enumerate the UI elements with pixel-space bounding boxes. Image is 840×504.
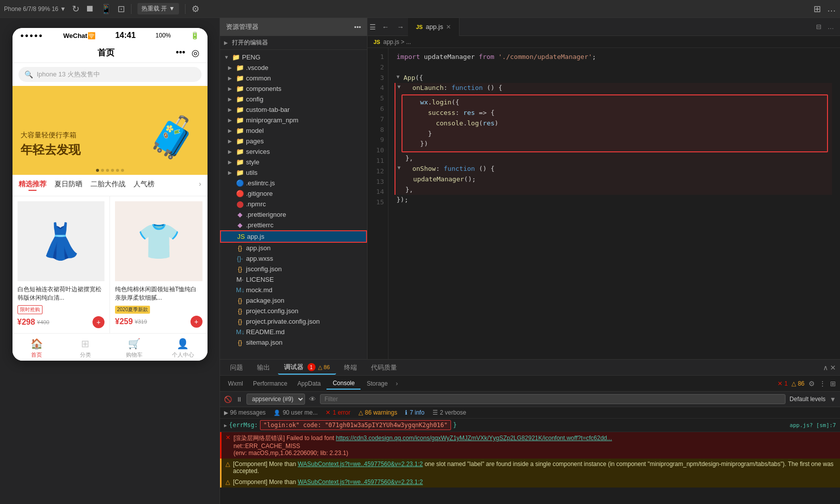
expand-icon-1[interactable]: ▶ [224,423,227,428]
tree-project-config[interactable]: ▶ {} project.config.json [220,306,367,316]
warn-source-1[interactable]: WASubContext.js?t=we..45977560&v=2.23.1:… [298,461,422,468]
info-count[interactable]: ℹ 7 info [405,409,424,416]
total-messages[interactable]: ▶ 96 messages [224,409,266,416]
tree-miniprogram-npm[interactable]: ▶ 📁 miniprogram_npm [220,115,367,125]
bottom-nav-profile[interactable]: 👤 个人中心 [158,334,208,361]
tab-output[interactable]: 输出 [251,361,276,374]
code-line-3: ▼ App ({ [396,73,832,83]
wx-login-highlight-box: wx . login ({ success : [402,94,828,152]
tree-mock[interactable]: ▶ M↓ mock.md [220,285,367,295]
tree-utils[interactable]: ▶ 📁 utils [220,167,367,178]
phone-nav-bar: 首页 ••• ◎ [12,43,208,63]
error-url[interactable]: https://cdn3.codesign.qq.com/icons/gqxWy… [336,435,612,442]
tree-root-peng[interactable]: ▼ 📁 PENG [220,52,367,62]
more-options-icon[interactable]: … [828,23,834,30]
product-card-2[interactable]: 👕 纯色纯棉休闲圆领短袖T恤纯白亲肤厚柔软细腻... 2020夏季新款 ¥259… [110,196,208,333]
verbose-count[interactable]: ☰ 2 verbose [432,409,466,416]
tree-components[interactable]: ▶ 📁 components [220,83,367,94]
tree-pages[interactable]: ▶ 📁 pages [220,136,367,146]
tree-package[interactable]: ▶ {} package.json [220,295,367,306]
config-label: config [246,95,264,103]
tree-style[interactable]: ▶ 📁 style [220,157,367,167]
panel-collapse-btn[interactable]: ∧ [823,364,828,372]
price-main-1: ¥298 [18,318,36,327]
tree-common[interactable]: ▶ 📁 common [220,73,367,83]
collapse-line11[interactable]: ▼ [398,164,404,172]
cart-label: 购物车 [126,351,142,359]
panel-right-icon[interactable]: ⊞ [830,380,836,388]
tree-vscode[interactable]: ▶ 📁 .vscode [220,62,367,73]
tree-config[interactable]: ▶ 📁 config [220,94,367,104]
product-card-1[interactable]: 👗 白色短袖连衣裙荷叶边裙摆宽松韩版休闲纯白清... 限时抢购 ¥298 ¥40… [12,196,110,333]
reload-btn[interactable]: 热重载 开 ▼ [138,3,179,14]
tab-terminal[interactable]: 终端 [338,361,363,374]
levels-dropdown[interactable]: ▼ [830,396,836,403]
tree-prettierrc[interactable]: ▶ ◆ .prettierrc [220,220,367,230]
warnings-count[interactable]: △ 86 warnings [358,409,398,416]
tab-close-btn[interactable]: ✕ [446,23,451,30]
subtab-performance[interactable]: Performance [249,378,292,389]
code-line-15 [396,205,832,216]
tab-debugger[interactable]: 调试器 1 △ 86 [278,361,336,375]
more-console-options[interactable]: ⋮ [819,380,826,388]
subtab-storage[interactable]: Storage [362,378,392,389]
tree-app-wxss[interactable]: ▶ {}· app.wxss [220,253,367,264]
cat-tab-popular[interactable]: 人气榜 [134,180,154,191]
sidebar-toggle[interactable]: ☰ [368,18,378,36]
error-count[interactable]: ✕ 1 error [326,409,350,416]
tree-services[interactable]: ▶ 📁 services [220,146,367,157]
bottom-nav-home[interactable]: 🏠 首页 [12,334,62,361]
code-line-13: }, [398,185,832,195]
npmrc-label: .npmrc [246,200,266,208]
tree-gitignore[interactable]: ▶ 🔴 .gitignore [220,188,367,199]
tree-model[interactable]: ▶ 📁 model [220,125,367,136]
console-filter-input[interactable] [320,394,786,404]
tree-app-js[interactable]: ▶ JS app.js [220,230,367,243]
editor-tab-appjs[interactable]: JS app.js ✕ [408,18,460,36]
subtab-appdata[interactable]: AppData [294,378,325,389]
tree-project-private[interactable]: ▶ {} project.private.config.json [220,316,367,327]
collapse-line3[interactable]: ▼ [396,73,402,81]
subtab-console[interactable]: Console [326,378,360,390]
forward-btn[interactable]: → [393,18,408,36]
search-bar[interactable]: 🔍 Iphone 13 火热发售中 [18,67,202,82]
bottom-nav-cart[interactable]: 🛒 购物车 [110,334,159,361]
collapse-line4[interactable]: ▼ [398,83,404,91]
code-content[interactable]: import updateManager from './common/upda… [388,48,840,359]
console-clear-btn[interactable]: 🚫 [224,396,232,403]
collapse-arrow[interactable]: ▶ [224,40,228,45]
more-icon[interactable]: ••• [176,47,186,58]
tree-jsconfig[interactable]: ▶ {} jsconfig.json [220,264,367,274]
more-subtabs[interactable]: › [396,380,398,387]
tab-issues[interactable]: 问题 [224,361,249,374]
user-messages[interactable]: 👤 90 user me... [274,409,318,416]
appservice-select[interactable]: appservice (#9) [246,394,305,405]
warn-source-2[interactable]: WASubContext.js?t=we..45977560&v=2.23.1:… [298,479,422,486]
subtab-wxml[interactable]: Wxml [224,378,247,389]
tree-custom-tab-bar[interactable]: ▶ 📁 custom-tab-bar [220,104,367,115]
cat-tab-second[interactable]: 二胎大作战 [90,180,126,191]
back-btn[interactable]: ← [378,18,393,36]
more-categories[interactable]: › [199,180,202,191]
tree-eslintrc[interactable]: ▶ 🔵 .eslintrc.js [220,178,367,188]
cat-tab-sunscreen[interactable]: 夏日防晒 [54,180,82,191]
tree-sitemap[interactable]: ▶ {} sitemap.json [220,337,367,348]
tree-prettierignore[interactable]: ▶ ◆ .prettierignore [220,209,367,220]
tree-npmrc[interactable]: ▶ ⬤ .npmrc [220,199,367,209]
settings-icon[interactable]: ⚙ [808,380,815,388]
add-to-cart-2[interactable]: + [190,316,202,328]
tree-license[interactable]: ▶ M· LICENSE [220,274,367,285]
eye-icon[interactable]: 👁 [309,395,316,403]
panel-close-btn[interactable]: ✕ [830,364,836,372]
add-to-cart-1[interactable]: + [92,316,104,328]
bottom-nav-category[interactable]: ⊞ 分类 [61,334,110,361]
explorer-more[interactable]: ••• [354,23,361,31]
scan-icon[interactable]: ◎ [192,47,200,58]
tree-app-json[interactable]: ▶ {} app.json [220,243,367,253]
tree-readme[interactable]: ▶ M↓ README.md [220,327,367,337]
split-editor-icon[interactable]: ⊟ [816,23,822,30]
open-editors-label[interactable]: 打开的编辑器 [232,38,268,47]
console-pause-btn[interactable]: ⏸ [236,396,242,403]
cat-tab-featured[interactable]: 精选推荐 [18,180,46,191]
tab-code-quality[interactable]: 代码质量 [365,361,403,374]
